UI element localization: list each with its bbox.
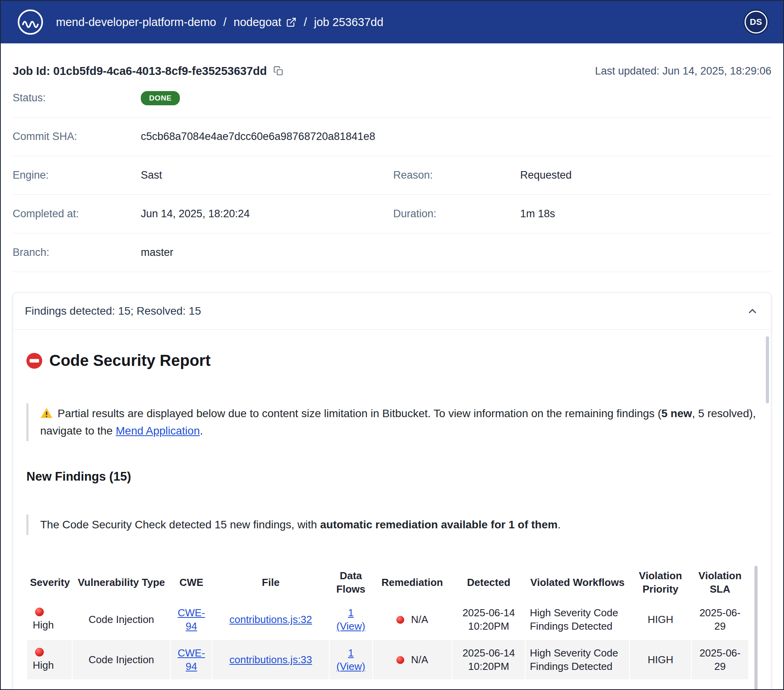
- findings-table-wrapper: Severity Vulnerability Type CWE File Dat…: [26, 566, 758, 680]
- table-scrollbar-track[interactable]: [754, 566, 758, 680]
- duration-value: 1m 18s: [520, 208, 771, 220]
- chevron-up-icon: [747, 305, 759, 317]
- header-severity: Severity: [27, 566, 72, 599]
- intro-bold: automatic remediation available for 1 of…: [320, 518, 558, 531]
- cell-violation-priority: HIGH: [629, 640, 691, 680]
- cwe-link[interactable]: CWE-94: [178, 647, 205, 672]
- table-scrollbar-thumb[interactable]: [754, 566, 758, 690]
- commit-sha-label: Commit SHA:: [13, 131, 141, 143]
- data-flows-view-link[interactable]: 1 (View): [336, 607, 365, 632]
- table-row: High Code Injection CWE-94 contributions…: [27, 640, 749, 680]
- cell-detected: 2025-06-14 10:20PM: [452, 640, 526, 680]
- engine-reason-row: Engine: Sast Reason: Requested: [13, 156, 771, 195]
- warning-bold: 5 new: [661, 407, 692, 420]
- breadcrumb-repo-label: nodegoat: [233, 16, 281, 29]
- breadcrumb-repo[interactable]: nodegoat: [233, 16, 297, 29]
- status-row: Status: DONE: [13, 79, 771, 117]
- mend-logo[interactable]: [17, 8, 44, 36]
- reason-label: Reason:: [393, 169, 520, 181]
- cell-remediation: N/A: [373, 599, 452, 640]
- table-header-row: Severity Vulnerability Type CWE File Dat…: [27, 566, 749, 599]
- main-content: Job Id: 01cb5fd9-4ca6-4013-8cf9-fe352536…: [1, 63, 783, 690]
- breadcrumb-job: job 253637dd: [314, 16, 383, 29]
- branch-row: Branch: master: [13, 233, 771, 272]
- findings-intro: The Code Security Check detected 15 new …: [26, 515, 758, 535]
- reason-value: Requested: [520, 169, 771, 181]
- cell-cwe: CWE-94: [170, 640, 212, 680]
- avatar-initials: DS: [750, 17, 762, 27]
- cell-data-flows: 1 (View): [329, 599, 373, 640]
- findings-card-header: Findings detected: 15; Resolved: 15: [13, 293, 771, 330]
- warning-text: Partial results are displayed below due …: [58, 407, 661, 420]
- completed-duration-row: Completed at: Jun 14, 2025, 18:20:24 Dur…: [13, 195, 771, 233]
- job-id: Job Id: 01cb5fd9-4ca6-4013-8cf9-fe352536…: [13, 65, 267, 78]
- collapse-toggle[interactable]: [747, 305, 759, 317]
- report-title: Code Security Report: [26, 352, 758, 369]
- file-link[interactable]: contributions.js:32: [230, 614, 312, 625]
- branch-value: master: [141, 246, 771, 259]
- header-detected: Detected: [452, 566, 526, 599]
- new-findings-title: New Findings (15): [26, 470, 758, 484]
- copy-icon: [273, 66, 284, 76]
- completed-at-label: Completed at:: [13, 208, 141, 220]
- findings-card-body: Code Security Report Partial results are…: [13, 352, 771, 680]
- severity-label: High: [33, 619, 54, 631]
- header-violated-workflows: Violated Workflows: [525, 566, 629, 599]
- commit-sha-row: Commit SHA: c5cb68a7084e4ae7dcc60e6a9876…: [13, 117, 771, 156]
- header-file: File: [212, 566, 329, 599]
- remediation-na-icon: [396, 656, 404, 664]
- status-label: Status:: [13, 92, 141, 104]
- breadcrumb-project[interactable]: mend-developer-platform-demo: [56, 16, 216, 29]
- cell-severity: High: [27, 599, 72, 640]
- breadcrumb-separator: /: [304, 16, 307, 29]
- branch-label: Branch:: [13, 246, 141, 259]
- card-scrollbar-thumb[interactable]: [766, 336, 769, 403]
- findings-summary: Findings detected: 15; Resolved: 15: [25, 305, 201, 317]
- cell-file: contributions.js:33: [212, 640, 329, 680]
- cell-cwe: CWE-94: [170, 599, 212, 640]
- duration-label: Duration:: [393, 208, 520, 220]
- cell-file: contributions.js:32: [212, 599, 329, 640]
- no-entry-icon: [26, 353, 42, 369]
- mend-application-link[interactable]: Mend Application: [116, 425, 200, 437]
- commit-sha-value: c5cb68a7084e4ae7dcc60e6a98768720a81841e8: [141, 131, 771, 143]
- remediation-na-icon: [396, 616, 404, 624]
- intro-text: .: [558, 518, 561, 531]
- header-vulnerability-type: Vulnerability Type: [72, 566, 170, 599]
- cell-detected: 2025-06-14 10:20PM: [452, 599, 526, 640]
- partial-results-warning: Partial results are displayed below due …: [26, 403, 758, 441]
- page: mend-developer-platform-demo / nodegoat …: [0, 0, 784, 690]
- user-avatar[interactable]: DS: [745, 11, 767, 34]
- status-badge: DONE: [141, 91, 180, 105]
- cwe-link[interactable]: CWE-94: [178, 607, 205, 632]
- warning-text: .: [200, 425, 203, 437]
- header-violation-priority: Violation Priority: [629, 566, 691, 599]
- cell-remediation: N/A: [373, 640, 452, 680]
- cell-violated-workflows: High Severity Code Findings Detected: [525, 640, 629, 680]
- top-navbar: mend-developer-platform-demo / nodegoat …: [1, 1, 783, 43]
- cell-violation-sla: 2025-06-29: [691, 599, 749, 640]
- job-header-row: Job Id: 01cb5fd9-4ca6-4013-8cf9-fe352536…: [13, 63, 771, 79]
- remediation-label: N/A: [411, 614, 428, 625]
- header-data-flows: Data Flows: [329, 566, 373, 599]
- engine-label: Engine:: [13, 169, 141, 181]
- remediation-label: N/A: [411, 654, 428, 666]
- data-flows-view-link[interactable]: 1 (View): [336, 647, 365, 672]
- severity-label: High: [33, 659, 54, 671]
- last-updated: Last updated: Jun 14, 2025, 18:29:06: [595, 65, 771, 77]
- breadcrumb: mend-developer-platform-demo / nodegoat …: [56, 16, 383, 29]
- warning-icon: [40, 407, 53, 420]
- header-remediation: Remediation: [373, 566, 452, 599]
- cell-severity: High: [27, 640, 72, 680]
- findings-table: Severity Vulnerability Type CWE File Dat…: [26, 566, 749, 680]
- header-violation-sla: Violation SLA: [691, 566, 749, 599]
- cell-vulnerability-type: Code Injection: [72, 640, 170, 680]
- cell-violation-priority: HIGH: [629, 599, 691, 640]
- high-severity-icon: [35, 608, 44, 616]
- report-title-text: Code Security Report: [49, 352, 211, 369]
- file-link[interactable]: contributions.js:33: [230, 654, 312, 666]
- findings-report-card: Findings detected: 15; Resolved: 15 Code…: [13, 293, 771, 690]
- cell-vulnerability-type: Code Injection: [72, 599, 170, 640]
- high-severity-icon: [35, 648, 44, 656]
- copy-job-id-button[interactable]: [273, 65, 284, 76]
